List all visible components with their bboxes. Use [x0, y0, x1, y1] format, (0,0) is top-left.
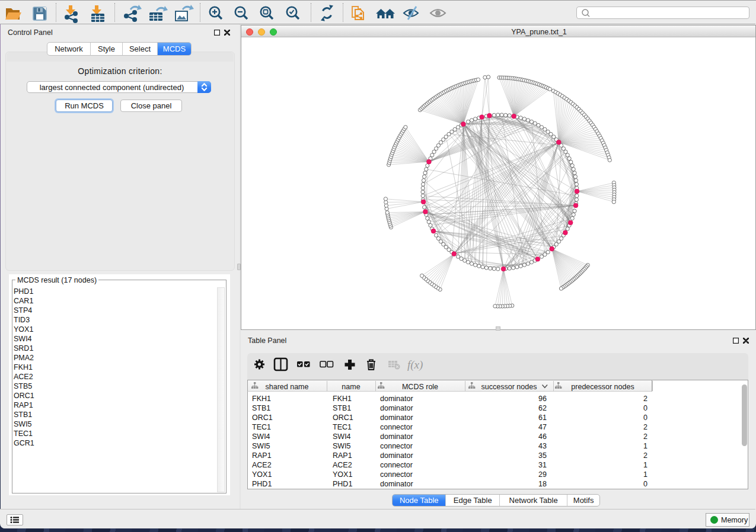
svg-text:f(x): f(x) — [407, 358, 423, 371]
